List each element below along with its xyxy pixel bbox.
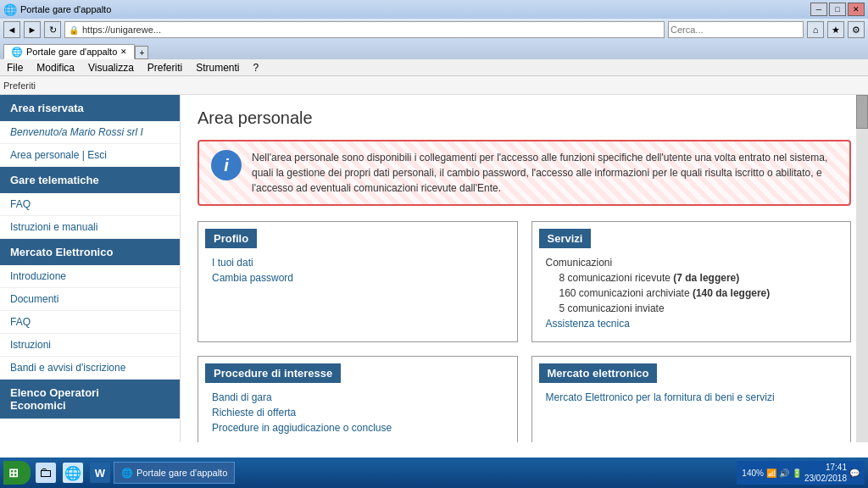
content-area: Area riservata Benvenuto/a Mario Rossi s…	[0, 95, 868, 442]
clock-time: 17:41	[804, 462, 847, 473]
card-servizi-body: Comunicazioni 8 comunicazioni ricevute (…	[532, 248, 851, 341]
area-personale-link[interactable]: Area personale	[10, 149, 79, 161]
minimize-button[interactable]: ─	[810, 3, 827, 16]
tab-label: Portale gare d'appalto	[26, 47, 117, 57]
network-icon: 📶	[766, 469, 776, 478]
user-name: Mario Rossi srl	[70, 126, 137, 138]
title-bar: 🌐 Portale gare d'appalto ─ □ ✕	[0, 0, 868, 19]
sidebar-item-istruzioni-mercato[interactable]: Istruzioni	[0, 334, 180, 357]
menu-strumenti[interactable]: Strumenti	[192, 62, 242, 74]
active-window-icon: 🌐	[121, 468, 133, 479]
sidebar-item-bandi[interactable]: Bandi e avvisi d'iscrizione	[0, 357, 180, 380]
taskbar-right: 140% 📶 🔊 🔋 17:41 23/02/2018 💬	[737, 461, 865, 485]
taskbar: ⊞ 🗀 🌐 W 🌐 Portale gare d'appalto 140% 📶 …	[0, 458, 868, 488]
favorites-label: Preferiti	[3, 80, 36, 91]
card-profilo: Profilo I tuoi dati Cambia password	[198, 221, 518, 342]
back-button[interactable]: ◄	[3, 21, 20, 38]
sidebar-item-area-personale[interactable]: Area personale | Esci	[0, 144, 180, 167]
windows-icon: ⊞	[8, 466, 19, 480]
menu-file[interactable]: File	[3, 62, 26, 74]
new-tab-button[interactable]: +	[135, 46, 148, 59]
title-bar-controls: ─ □ ✕	[810, 3, 865, 16]
tools-button[interactable]: ⚙	[848, 21, 865, 38]
search-input[interactable]	[668, 21, 804, 38]
card-profilo-header: Profilo	[205, 229, 257, 248]
taskbar-explorer-icon[interactable]: 🗀	[36, 463, 56, 483]
link-tuoi-dati[interactable]: I tuoi dati	[212, 255, 504, 270]
link-mercato-elettronico[interactable]: Mercato Elettronico per la fornitura di …	[546, 390, 837, 405]
info-letter: i	[224, 156, 229, 175]
sidebar-item-introduzione[interactable]: Introduzione	[0, 265, 180, 288]
card-mercato: Mercato elettronico Mercato Elettronico …	[531, 356, 852, 442]
taskbar-ie-icon[interactable]: 🌐	[63, 463, 83, 483]
sidebar-item-faq-mercato[interactable]: FAQ	[0, 311, 180, 334]
system-tray: 140% 📶 🔊 🔋 17:41 23/02/2018 💬	[737, 461, 865, 485]
scrollbar-thumb[interactable]	[856, 95, 868, 129]
card-procedure-header: Procedure di interesse	[205, 363, 341, 383]
sidebar-item-documenti[interactable]: Documenti	[0, 288, 180, 311]
link-procedure-concluse[interactable]: Procedure in aggiudicazione o concluse	[212, 420, 504, 435]
scrollbar-track[interactable]	[856, 95, 868, 442]
card-procedure-body: Bandi di gara Richieste di offerta Proce…	[198, 383, 517, 442]
sidebar-header-gare: Gare telematiche	[0, 167, 180, 193]
sidebar: Area riservata Benvenuto/a Mario Rossi s…	[0, 95, 181, 442]
sidebar-item-faq-gare[interactable]: FAQ	[0, 193, 180, 216]
tab-icon: 🌐	[11, 47, 23, 58]
maximize-button[interactable]: □	[829, 3, 846, 16]
browser-window: 🌐 Portale gare d'appalto ─ □ ✕ ◄ ► ↻ 🔒 h…	[0, 0, 868, 488]
favorites-bar: Preferiti	[0, 76, 868, 95]
notifications-icon[interactable]: 💬	[849, 469, 860, 478]
address-bar[interactable]: 🔒 https://unigarewe...	[64, 21, 665, 38]
volume-icon: 🔊	[779, 469, 789, 478]
tab-close-button[interactable]: ✕	[120, 47, 127, 56]
forward-button[interactable]: ►	[24, 21, 41, 38]
address-text: https://unigarewe...	[82, 25, 161, 35]
comunicazioni-label: Comunicazioni	[546, 255, 837, 270]
card-profilo-body: I tuoi dati Cambia password	[198, 248, 517, 296]
taskbar-word-icon[interactable]: W	[90, 463, 110, 483]
esci-link[interactable]: Esci	[87, 149, 107, 161]
card-mercato-body: Mercato Elettronico per la fornitura di …	[532, 383, 851, 415]
link-cambia-password[interactable]: Cambia password	[212, 270, 504, 286]
menu-visualizza[interactable]: Visualizza	[85, 62, 137, 74]
refresh-button[interactable]: ↻	[44, 21, 61, 38]
info-box: i Nell'area personale sono disponibili i…	[198, 140, 851, 206]
menu-help[interactable]: ?	[250, 62, 263, 74]
ie-icon: 🌐	[3, 3, 17, 16]
favorites-button[interactable]: ★	[827, 21, 844, 38]
home-button[interactable]: ⌂	[807, 21, 824, 38]
menu-modifica[interactable]: Modifica	[33, 62, 78, 74]
close-button[interactable]: ✕	[848, 3, 865, 16]
card-mercato-header: Mercato elettronico	[539, 363, 658, 383]
address-icon: 🔒	[69, 25, 79, 35]
comm-ricevute-prefix: 8 comunicazioni ricevute	[559, 272, 674, 284]
comm-archiviate: 160 comunicazioni archiviate (140 da leg…	[546, 286, 837, 301]
comm-ricevute: 8 comunicazioni ricevute (7 da leggere)	[546, 270, 837, 286]
sidebar-item-welcome: Benvenuto/a Mario Rossi srl I	[0, 121, 180, 144]
browser-tab[interactable]: 🌐 Portale gare d'appalto ✕	[3, 44, 135, 59]
comm-archiviate-prefix: 160 comunicazioni archiviate	[559, 287, 693, 299]
taskbar-active-window[interactable]: 🌐 Portale gare d'appalto	[114, 462, 235, 484]
sidebar-header-elenco: Elenco OperatoriEconomici	[0, 380, 180, 419]
sidebar-header-mercato: Mercato Elettronico	[0, 239, 180, 265]
comm-ricevute-bold: (7 da leggere)	[673, 272, 739, 284]
sidebar-header-area-riservata: Area riservata	[0, 95, 180, 121]
menu-preferiti[interactable]: Preferiti	[144, 62, 186, 74]
card-procedure: Procedure di interesse Bandi di gara Ric…	[198, 356, 518, 442]
zoom-level: 140%	[742, 469, 764, 478]
browser-title: Portale gare d'appalto	[20, 4, 111, 14]
sidebar-item-istruzioni[interactable]: Istruzioni e manuali	[0, 216, 180, 239]
comm-inviate: 5 comunicazioni inviate	[546, 301, 837, 316]
comm-archiviate-bold: (140 da leggere)	[693, 287, 770, 299]
link-assistenza[interactable]: Assistenza tecnica	[546, 316, 837, 331]
title-bar-left: 🌐 Portale gare d'appalto	[3, 3, 111, 16]
card-servizi: Servizi Comunicazioni 8 comunicazioni ri…	[531, 221, 852, 342]
active-window-label: Portale gare d'appalto	[136, 468, 227, 478]
clock: 17:41 23/02/2018	[804, 462, 847, 484]
clock-date: 23/02/2018	[804, 473, 847, 484]
link-richieste-offerta[interactable]: Richieste di offerta	[212, 405, 504, 420]
info-text: Nell'area personale sono disponibili i c…	[252, 150, 837, 196]
start-button[interactable]: ⊞	[3, 461, 31, 485]
link-bandi-gara[interactable]: Bandi di gara	[212, 390, 504, 405]
tab-bar: 🌐 Portale gare d'appalto ✕ +	[0, 41, 868, 59]
